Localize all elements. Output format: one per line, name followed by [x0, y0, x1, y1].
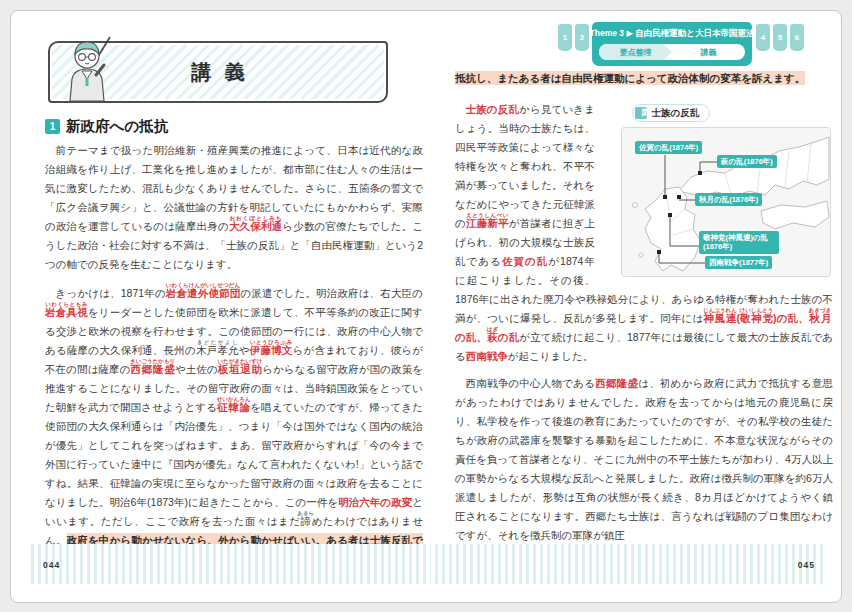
map-label-keishinto: 敬神党(神風連)の乱(1876年) [699, 231, 779, 255]
section-number-badge: 1 [45, 119, 60, 134]
paragraph-intro: 前テーマまで扱った明治維新・殖産興業の推進によって、日本は近代的な政治組織を作り… [45, 141, 423, 274]
tab-theme-2[interactable]: 2 [575, 24, 589, 51]
map-label-saga: 佐賀の乱(1874年) [635, 141, 702, 155]
page-number-left: 044 [43, 560, 60, 570]
map-label-akizuki: 秋月の乱(1876年) [695, 193, 762, 207]
figure-tag-icon: 図 [635, 107, 647, 119]
paragraph-continuation: 抵抗し、またある者は自由民権運動によって政治体制の変革を訴えます。 [455, 69, 833, 88]
revolts-map: 佐賀の乱(1874年) 萩の乱(1876年) 秋月の乱(1876年) 敬神党(神… [621, 127, 831, 277]
figure-caption-text: 士族の反乱 [652, 103, 700, 122]
tab-theme-4[interactable]: 4 [756, 24, 770, 51]
tab-theme-1[interactable]: 1 [558, 24, 572, 51]
subtab-pill: 要点整理 講義 [599, 44, 745, 60]
map-label-seinan: 西南戦争(1877年) [705, 256, 772, 270]
page-number-right: 045 [798, 560, 815, 570]
tab-theme-5[interactable]: 5 [773, 24, 787, 51]
shizoku-revolts-figure: 図 士族の反乱 [621, 102, 833, 277]
teacher-illustration [58, 35, 116, 109]
left-page-body: 前テーマまで扱った明治維新・殖産興業の推進によって、日本は近代的な政治組織を作り… [45, 141, 423, 569]
map-label-hagi: 萩の乱(1876年) [717, 155, 777, 169]
footer-stripes-left [31, 544, 431, 584]
lecture-banner: 講義 [48, 41, 388, 103]
paragraph-iwakura-mission: きっかけは、1871年の岩倉遣外使節団いわくらけんがいしせつだんの派遣でした。明… [45, 282, 423, 569]
right-page-body: 抵抗し、またある者は自由民権運動によって政治体制の変革を訴えます。 図 士族の反… [455, 69, 833, 545]
subtab-summary[interactable]: 要点整理 [599, 44, 672, 60]
paragraph-shizoku-revolts: 図 士族の反乱 [455, 100, 833, 366]
book-spread: 1 2 Theme 3 ▶ 自由民権運動と大日本帝国憲法 要点整理 講義 4 5… [10, 10, 842, 603]
footer-stripes-right [435, 544, 825, 584]
figure-caption: 図 士族の反乱 [632, 104, 711, 122]
tab-theme-3-active[interactable]: Theme 3 ▶ 自由民権運動と大日本帝国憲法 要点整理 講義 [592, 22, 752, 66]
section-heading: 1 新政府への抵抗 [45, 117, 168, 136]
subtab-lecture[interactable]: 講義 [672, 44, 745, 60]
theme-title: Theme 3 ▶ 自由民権運動と大日本帝国憲法 [590, 28, 755, 40]
paragraph-shizoku-revolts-wrap: 図 士族の反乱 [455, 100, 833, 545]
paragraph-saigo: 西南戦争の中心人物である西郷隆盛は、初めから政府に武力で抵抗する意思があったわけ… [455, 374, 833, 545]
tab-theme-6[interactable]: 6 [790, 24, 804, 51]
section-title: 新政府への抵抗 [66, 117, 168, 136]
